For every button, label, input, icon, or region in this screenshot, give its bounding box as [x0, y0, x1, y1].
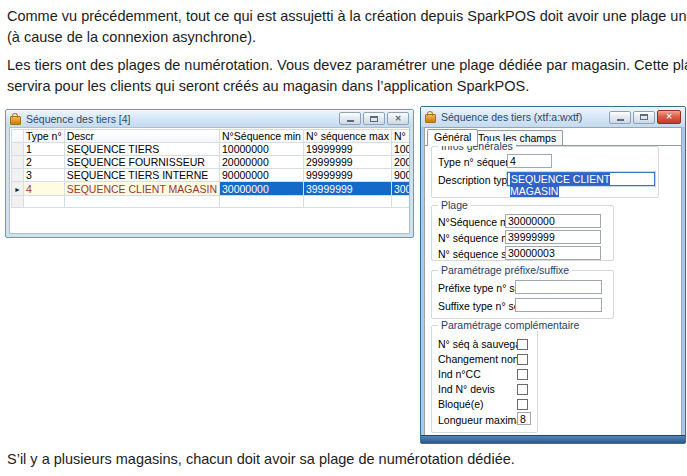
cell-max[interactable]: 39999999 [303, 182, 391, 196]
cell-descr[interactable]: SEQUENCE FOURNISSEUR [64, 156, 219, 169]
table-row[interactable]: 2 SEQUENCE FOURNISSEUR 20000000 29999999… [12, 156, 411, 169]
table-row[interactable]: 3 SEQUENCE TIERS INTERNE 90000000 999999… [12, 169, 411, 182]
col-header-next[interactable]: N° séquence suivant [391, 130, 410, 143]
row-selector[interactable] [12, 143, 24, 156]
group-prefixe-suffixe: Paramétrage préfixe/suffixe Préfixe type… [431, 270, 614, 319]
close-button[interactable]: ✕ [657, 110, 681, 124]
prefixe-input[interactable] [515, 280, 602, 294]
cell-min[interactable]: 30000000 [220, 182, 304, 196]
row-selector[interactable] [12, 169, 24, 182]
bloque-label: Bloqué(e) [438, 398, 518, 410]
close-icon: ✕ [666, 113, 673, 121]
sauvegarde-label: N° séq à sauvegarde enr [438, 338, 518, 350]
window-bottom-bar [421, 435, 685, 443]
group-title: Paramétrage complémentaire [438, 320, 582, 331]
type-sequence-input[interactable]: 4 [507, 154, 552, 168]
longueur-input[interactable]: 8 [517, 412, 531, 425]
sequence-next-input[interactable]: 30000003 [505, 246, 601, 260]
ind-devis-label: Ind N° devis [438, 383, 518, 395]
cell-max[interactable]: 99999999 [303, 169, 391, 182]
changement-label: Changement non man [438, 353, 518, 365]
cell-descr[interactable]: SEQUENCE CLIENT MAGASIN [64, 182, 219, 196]
cell-empty[interactable] [391, 196, 410, 208]
cell-type[interactable]: 3 [23, 169, 64, 182]
cell-next[interactable]: 10000016 [391, 143, 410, 156]
tab-general[interactable]: Général [427, 129, 478, 146]
detail-window-content: Général Tous les champs Infos générales … [424, 127, 682, 436]
description-input[interactable]: SEQUENCE CLIENT MAGASIN [507, 172, 655, 186]
cell-empty[interactable] [64, 196, 219, 208]
cell-next[interactable]: 90000000 [391, 169, 410, 182]
row-selector[interactable] [12, 196, 24, 208]
minimize-icon [347, 120, 354, 122]
cell-descr[interactable]: SEQUENCE TIERS [64, 143, 219, 156]
description-label: Description type n° séqu [438, 174, 507, 186]
row-selector-header [12, 130, 24, 143]
tab-bar: Général Tous les champs [425, 128, 681, 146]
cell-min[interactable]: 10000000 [220, 143, 304, 156]
row-selector-current[interactable]: ► [12, 182, 24, 196]
minimize-icon [617, 119, 624, 121]
row-selector[interactable] [12, 156, 24, 169]
document-page: Comme vu précédemment, tout ce qui est a… [0, 0, 687, 476]
suffixe-input[interactable] [515, 298, 602, 312]
list-window-body: Type n° Descr N°Séquence min N° séquence… [9, 127, 410, 234]
cell-empty[interactable] [220, 196, 304, 208]
cell-type[interactable]: 1 [23, 143, 64, 156]
detail-window-title: Séquence des tiers (xtf:a:wxtf) [441, 111, 582, 123]
sequence-min-input[interactable]: 30000000 [505, 214, 601, 228]
minimize-button[interactable] [609, 111, 631, 124]
lock-icon [10, 116, 21, 125]
table-row-selected[interactable]: ► 4 SEQUENCE CLIENT MAGASIN 30000000 399… [12, 182, 411, 196]
cell-empty[interactable] [23, 196, 64, 208]
group-title: Plage [438, 200, 471, 211]
ind-ncc-label: Ind n°CC [438, 368, 518, 380]
table-row[interactable]: 1 SEQUENCE TIERS 10000000 19999999 10000… [12, 143, 411, 156]
cell-descr[interactable]: SEQUENCE TIERS INTERNE [64, 169, 219, 182]
col-header-min[interactable]: N°Séquence min [220, 130, 304, 143]
maximize-button[interactable] [363, 112, 385, 125]
paragraph-2-line-2: servira pour les clients qui seront créé… [7, 78, 529, 94]
group-plage: Plage N°Séquence min 30000000 N° séquenc… [431, 205, 614, 261]
maximize-icon [640, 114, 648, 120]
col-header-type[interactable]: Type n° [23, 130, 64, 143]
sequence-list-window: Séquence des tiers [4] ✕ Type n° Descr N… [5, 109, 414, 238]
group-infos-generales: Infos générales Type n° séquence 4 Descr… [431, 146, 659, 198]
cell-empty[interactable] [303, 196, 391, 208]
cell-type[interactable]: 2 [23, 156, 64, 169]
current-row-pointer-icon: ► [14, 186, 21, 193]
cell-next[interactable]: 30000003 [391, 182, 410, 196]
paragraph-3: S’il y a plusieurs magasins, chacun doit… [7, 451, 515, 467]
cell-min[interactable]: 90000000 [220, 169, 304, 182]
prefixe-label: Préfixe type n° séquence [438, 282, 515, 294]
table-header-row: Type n° Descr N°Séquence min N° séquence… [12, 130, 411, 143]
list-window-titlebar[interactable]: Séquence des tiers [4] ✕ [6, 110, 413, 127]
detail-window-titlebar[interactable]: Séquence des tiers (xtf:a:wxtf) ✕ [421, 107, 685, 127]
sauvegarde-checkbox[interactable] [517, 339, 528, 350]
cell-min[interactable]: 20000000 [220, 156, 304, 169]
paragraph-1-line-1: Comme vu précédemment, tout ce qui est a… [7, 8, 687, 24]
maximize-icon [370, 116, 378, 122]
table-row-empty[interactable] [12, 196, 411, 208]
ind-devis-checkbox[interactable] [517, 384, 528, 395]
col-header-max[interactable]: N° séquence max [303, 130, 391, 143]
longueur-label: Longueur maximale [438, 414, 518, 426]
group-complementaire: Paramétrage complémentaire N° séq à sauv… [431, 325, 538, 433]
ind-ncc-checkbox[interactable] [517, 369, 528, 380]
maximize-button[interactable] [633, 111, 655, 124]
cell-type[interactable]: 4 [23, 182, 64, 196]
list-window-title: Séquence des tiers [4] [26, 113, 130, 125]
close-button[interactable]: ✕ [387, 112, 409, 125]
cell-max[interactable]: 19999999 [303, 143, 391, 156]
bloque-checkbox[interactable] [517, 399, 528, 410]
sequence-max-input[interactable]: 39999999 [505, 230, 601, 244]
cell-max[interactable]: 29999999 [303, 156, 391, 169]
sequence-detail-window: Séquence des tiers (xtf:a:wxtf) ✕ Généra… [420, 106, 686, 444]
sequence-table: Type n° Descr N°Séquence min N° séquence… [11, 129, 410, 208]
close-icon: ✕ [395, 115, 402, 123]
selected-text: SEQUENCE CLIENT MAGASIN [510, 173, 610, 197]
cell-next[interactable]: 20000018 [391, 156, 410, 169]
minimize-button[interactable] [339, 112, 361, 125]
col-header-descr[interactable]: Descr [64, 130, 219, 143]
changement-checkbox[interactable] [517, 354, 528, 365]
